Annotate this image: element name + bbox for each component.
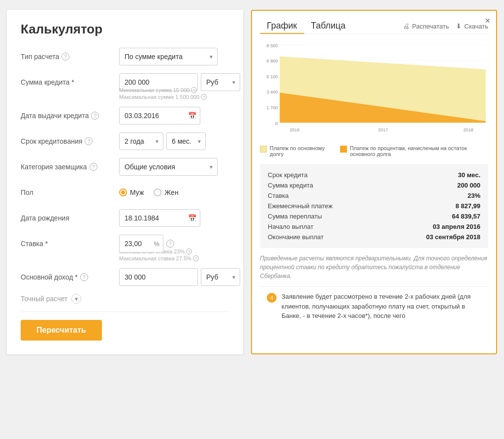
disclaimer-text: Приведенные расчеты являются предварител… [260, 254, 488, 281]
svg-text:2018: 2018 [464, 127, 473, 132]
calculator-title: Калькулятор [21, 22, 229, 37]
income-row: Основной доход * ? Руб ▼ [21, 268, 229, 286]
legend-principal: Платеж по основному долгу [260, 145, 330, 157]
gender-male-label[interactable]: Муж [119, 188, 144, 196]
svg-text:5 100: 5 100 [267, 74, 278, 79]
term-months-select[interactable]: 6 мес. [166, 132, 206, 150]
svg-text:0: 0 [275, 121, 278, 125]
issue-date-wrapper: 📅 [119, 107, 200, 125]
summary-term-label: Срок кредита [268, 171, 308, 179]
legend-interest-color [340, 146, 347, 153]
term-months-wrapper: 6 мес. ▼ [166, 132, 206, 150]
svg-text:1 700: 1 700 [267, 105, 278, 110]
category-controls: Общие условия ▼ [119, 158, 229, 176]
form-divider [21, 312, 229, 312]
summary-row-end: Окончание выплат 03 сентября 2018 [268, 232, 480, 242]
birthdate-input[interactable] [119, 209, 200, 227]
income-currency-select[interactable]: Руб [201, 268, 240, 286]
income-help-icon[interactable]: ? [80, 273, 88, 281]
summary-sum-label: Сумма кредита [268, 182, 313, 189]
currency-select[interactable]: Руб [201, 73, 240, 91]
term-years-wrapper: 2 года ▼ [119, 132, 163, 150]
term-controls: 2 года ▼ 6 мес. ▼ [119, 132, 229, 150]
issue-date-row: Дата выдачи кредита ? 📅 [21, 107, 229, 125]
summary-sum-value: 200 000 [457, 182, 480, 189]
credit-sum-block: Сумма кредита * Руб ▼ Минимальная сумма … [21, 73, 229, 100]
min-hint-icon: ? [191, 87, 197, 93]
category-select[interactable]: Общие условия [119, 158, 218, 176]
summary-end-value: 03 сентября 2018 [426, 233, 480, 241]
calc-type-select-wrapper: По сумме кредита ▼ [119, 48, 218, 65]
rate-max-hint: Максимальная ставка 27.5% ? [119, 255, 229, 261]
summary-row-rate: Ставка 23% [268, 190, 480, 201]
print-icon: 🖨 [403, 22, 410, 30]
rate-percent-symbol: % [154, 240, 159, 248]
summary-row-overpay: Сумма переплаты 64 839,57 [268, 211, 480, 221]
rate-block: Ставка * % ? Минимальная ставка 23% ? Ма… [21, 235, 229, 261]
legend-principal-label: Платеж по основному долгу [270, 145, 330, 157]
legend-interest: Платеж по процентам, начисленым на остат… [340, 145, 488, 157]
credit-sum-label: Сумма кредита * [21, 78, 119, 86]
summary-row-sum: Сумма кредита 200 000 [268, 180, 480, 190]
birthdate-row: Дата рождения 📅 [21, 209, 229, 227]
currency-select-wrapper: Руб ▼ [201, 73, 240, 91]
rate-min-hint-icon: ? [186, 249, 192, 254]
income-label: Основной доход * ? [21, 273, 119, 281]
gender-male-radio[interactable] [119, 188, 127, 196]
summary-row-monthly: Ежемесячный платеж 8 827,99 [268, 201, 480, 211]
notification-text: Заявление будет рассмотрено в течение 2-… [282, 292, 481, 321]
term-help-icon[interactable]: ? [85, 137, 93, 145]
rate-row: Ставка * % ? [21, 235, 229, 252]
tab-table[interactable]: Таблица [304, 19, 353, 34]
rate-label: Ставка * [21, 240, 119, 248]
recalc-button[interactable]: Пересчитать [21, 320, 102, 341]
gender-female-label[interactable]: Жен [154, 188, 178, 196]
summary-overpay-label: Сумма переплаты [268, 213, 322, 220]
category-help-icon[interactable]: ? [90, 163, 97, 171]
calc-type-label: Тип расчета ? [21, 53, 119, 61]
svg-text:2016: 2016 [290, 127, 300, 132]
download-button[interactable]: ⬇ Скачать [456, 22, 488, 30]
income-currency-wrapper: Руб ▼ [201, 268, 240, 286]
gender-female-radio[interactable] [154, 188, 161, 196]
notification-area: 4 Заявление будет рассмотрено в течение … [260, 286, 488, 326]
svg-text:8 500: 8 500 [267, 43, 278, 48]
term-label: Срок кредитования ? [21, 137, 119, 145]
summary-end-label: Окончание выплат [268, 233, 323, 241]
birthdate-controls: 📅 [119, 209, 229, 227]
tabs-row: График Таблица 🖨 Распечатать ⬇ Скачать [260, 19, 488, 34]
notification-item: 4 Заявление будет рассмотрено в течение … [267, 292, 481, 321]
summary-term-value: 30 мес. [458, 171, 480, 179]
calc-type-help-icon[interactable]: ? [62, 53, 69, 61]
credit-sum-max-hint: Максимальная сумма 1 500 000 ? [119, 94, 229, 100]
term-years-select[interactable]: 2 года [119, 132, 163, 150]
issue-date-input[interactable] [119, 107, 200, 125]
chart-legend: Платеж по основному долгу Платеж по проц… [260, 145, 488, 157]
max-hint-icon: ? [201, 94, 207, 100]
summary-row-start: Начало выплат 03 апреля 2016 [268, 221, 480, 232]
close-button[interactable]: × [485, 16, 490, 26]
precise-calc-chevron-icon[interactable]: ▼ [71, 294, 81, 304]
rate-help-icon[interactable]: ? [166, 240, 174, 248]
gender-radio-group: Муж Жен [119, 188, 179, 196]
summary-row-term: Срок кредита 30 мес. [268, 170, 480, 180]
summary-rate-value: 23% [468, 192, 480, 199]
birthdate-wrapper: 📅 [119, 209, 200, 227]
income-input[interactable] [119, 268, 198, 286]
summary-box: Срок кредита 30 мес. Сумма кредита 200 0… [260, 164, 488, 248]
download-icon: ⬇ [456, 22, 462, 30]
print-button[interactable]: 🖨 Распечатать [403, 22, 449, 30]
summary-start-label: Начало выплат [268, 223, 314, 230]
svg-text:2017: 2017 [378, 127, 388, 132]
precise-calc-label: Точный расчет [21, 295, 67, 303]
tab-chart[interactable]: График [260, 19, 304, 34]
chart-area: 8 500 6 800 5 100 3 400 1 700 0 2016 [260, 41, 488, 139]
svg-text:3 400: 3 400 [267, 90, 278, 94]
issue-date-label: Дата выдачи кредита ? [21, 112, 119, 120]
issue-date-help-icon[interactable]: ? [91, 112, 99, 120]
calculator-panel: Калькулятор Тип расчета ? По сумме креди… [7, 10, 243, 354]
calc-type-select[interactable]: По сумме кредита [119, 48, 218, 65]
summary-monthly-value: 8 827,99 [455, 202, 480, 210]
summary-monthly-label: Ежемесячный платеж [268, 202, 333, 210]
gender-label: Пол [21, 188, 119, 196]
